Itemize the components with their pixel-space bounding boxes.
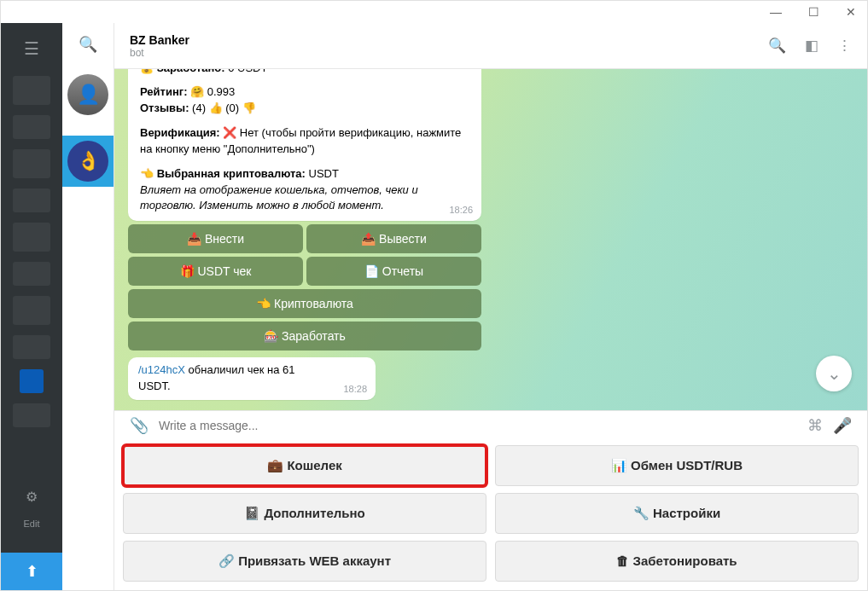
sidepanel-icon[interactable]: ◧	[805, 37, 818, 55]
rail-item[interactable]	[13, 149, 50, 178]
kb-earn[interactable]: 🎰 Заработать	[128, 322, 481, 351]
window-titlebar: — ☐ ✕	[1, 1, 867, 23]
bot-message: 👥 Приглашено: 0 пользователей 💰 Заработа…	[128, 69, 481, 221]
chat-title[interactable]: BZ Banker	[130, 33, 189, 47]
chat-list-item-selected[interactable]: 👌	[62, 136, 114, 187]
chat-subtitle: bot	[130, 47, 189, 59]
kb-deposit[interactable]: 📥 Внести	[128, 224, 303, 253]
menu-icon[interactable]: ☰	[24, 38, 39, 59]
chat-header: BZ Banker bot 🔍 ◧ ⋮	[114, 23, 867, 69]
rail-item[interactable]	[13, 188, 50, 212]
reply-keyboard: 💼 Кошелек 📊 Обмен USDT/RUB 📓 Дополнитель…	[114, 440, 867, 590]
rail-item[interactable]	[13, 335, 50, 359]
voice-icon[interactable]: 🎤	[833, 416, 852, 435]
message-timestamp: 18:28	[343, 383, 367, 397]
kb-reports[interactable]: 📄 Отчеты	[306, 257, 481, 286]
search-icon[interactable]: 🔍	[79, 35, 97, 54]
rk-linkweb[interactable]: 🔗 Привязать WEB аккаунт	[123, 541, 486, 582]
edit-label[interactable]: Edit	[24, 519, 40, 529]
scroll-to-bottom[interactable]: ⌄	[816, 356, 852, 391]
chat-list-item[interactable]: 👤	[62, 69, 114, 120]
chat-list-column: 🔍 👤 👌	[62, 23, 114, 590]
rk-settings[interactable]: 🔧 Настройки	[495, 493, 859, 534]
messages-area[interactable]: 👥 Приглашено: 0 пользователей 💰 Заработа…	[114, 69, 867, 410]
kb-crypto[interactable]: 👈 Криптовалюта	[128, 289, 481, 318]
attach-icon[interactable]: 📎	[130, 416, 149, 435]
rail-item-active[interactable]	[20, 369, 44, 393]
rk-concrete[interactable]: 🗑 Забетонировать	[495, 541, 859, 582]
rk-exchange[interactable]: 📊 Обмен USDT/RUB	[495, 445, 859, 486]
search-icon[interactable]: 🔍	[768, 37, 786, 55]
window-minimize[interactable]: —	[765, 5, 787, 19]
avatar: 👌	[67, 141, 108, 182]
compose-area: 📎 ⌘ 🎤 💼 Кошелек 📊 Обмен USDT/RUB 📓 Допол…	[114, 410, 867, 590]
message-timestamp: 18:26	[449, 204, 473, 217]
rail-item[interactable]	[13, 76, 50, 105]
accounts-rail: ☰ ⚙ Edit ⬆	[1, 23, 62, 590]
rail-item[interactable]	[13, 403, 50, 427]
rk-more[interactable]: 📓 Дополнительно	[123, 493, 486, 534]
bot-message: /u124hcX обналичил чек на 61 USDT. 18:28	[128, 357, 376, 400]
rk-wallet[interactable]: 💼 Кошелек	[123, 445, 486, 486]
window-maximize[interactable]: ☐	[802, 5, 824, 19]
botcommands-icon[interactable]: ⌘	[807, 416, 823, 435]
inline-keyboard: 📥 Внести 📤 Вывести 🎁 USDT чек 📄 Отчеты 👈…	[128, 224, 481, 351]
settings-icon[interactable]: ⚙	[26, 489, 38, 505]
message-input[interactable]	[159, 419, 797, 432]
rail-item[interactable]	[13, 223, 50, 252]
kb-withdraw[interactable]: 📤 Вывести	[306, 224, 481, 253]
more-icon[interactable]: ⋮	[837, 37, 852, 55]
rail-item[interactable]	[13, 296, 50, 325]
rail-item[interactable]	[13, 262, 50, 286]
user-link[interactable]: /u124hcX	[138, 363, 185, 376]
kb-cheque[interactable]: 🎁 USDT чек	[128, 257, 303, 286]
scroll-indicator[interactable]: ⬆	[1, 553, 62, 590]
rail-item[interactable]	[13, 115, 50, 139]
window-close[interactable]: ✕	[840, 5, 862, 19]
avatar: 👤	[67, 74, 108, 115]
